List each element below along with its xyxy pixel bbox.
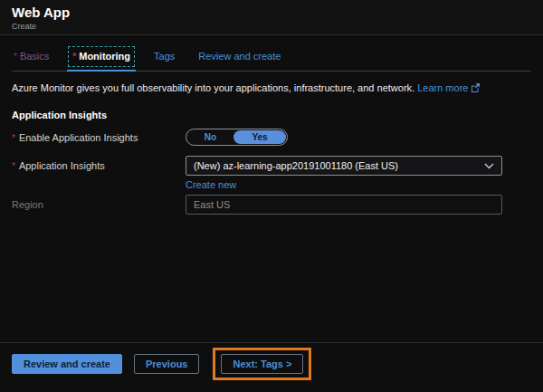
wizard-tabs: *Basics *Monitoring Tags Review and crea… (12, 35, 531, 72)
page-header: Web App Create (0, 0, 543, 35)
create-new-link[interactable]: Create new (186, 179, 236, 190)
external-link-icon (471, 83, 480, 92)
app-insights-row: *Application Insights (New) az-learning-… (12, 156, 531, 176)
review-and-create-button[interactable]: Review and create (12, 354, 122, 374)
enable-insights-label-text: Enable Application Insights (19, 132, 138, 143)
app-insights-label-text: Application Insights (19, 160, 105, 171)
page-title: Web App (12, 5, 531, 21)
tab-review-and-create[interactable]: Review and create (198, 51, 281, 62)
region-input[interactable] (186, 195, 502, 215)
enable-insights-label: *Enable Application Insights (12, 132, 186, 143)
tab-monitoring[interactable]: *Monitoring (72, 51, 130, 62)
tab-tags-label: Tags (154, 51, 175, 62)
required-asterisk: * (72, 52, 76, 62)
region-label: Region (12, 199, 186, 210)
tab-basics[interactable]: *Basics (14, 51, 49, 62)
create-new-row: Create new (186, 179, 531, 190)
section-heading: Application Insights (12, 110, 531, 120)
toggle-option-yes[interactable]: Yes (233, 130, 286, 144)
region-row: Region (12, 195, 531, 215)
intro-text: Azure Monitor gives you full observabili… (12, 81, 531, 94)
tab-monitoring-label: Monitoring (79, 51, 130, 62)
wizard-footer: Review and create Previous Next: Tags > (0, 342, 543, 392)
learn-more-label: Learn more (417, 82, 468, 93)
enable-insights-toggle: No Yes (186, 129, 288, 146)
app-insights-selected-value: (New) az-learning-app20191001180 (East U… (194, 160, 484, 171)
page-subtitle: Create (12, 22, 531, 31)
create-web-app-page: Web App Create *Basics *Monitoring Tags … (0, 0, 543, 392)
toggle-option-no[interactable]: No (187, 130, 233, 144)
annotation-highlight-box: Next: Tags > (213, 348, 311, 380)
required-asterisk: * (12, 161, 15, 171)
chevron-down-icon (484, 163, 494, 169)
learn-more-link[interactable]: Learn more (417, 82, 480, 93)
tab-review-and-create-label: Review and create (198, 51, 281, 62)
intro-sentence: Azure Monitor gives you full observabili… (12, 82, 414, 93)
app-insights-select[interactable]: (New) az-learning-app20191001180 (East U… (186, 156, 502, 176)
previous-button[interactable]: Previous (134, 354, 199, 374)
tab-basics-label: Basics (20, 51, 49, 62)
enable-insights-row: *Enable Application Insights No Yes (12, 129, 531, 146)
wizard-content: *Basics *Monitoring Tags Review and crea… (0, 35, 543, 215)
app-insights-label: *Application Insights (12, 160, 186, 171)
tab-tags[interactable]: Tags (154, 51, 175, 62)
required-asterisk: * (12, 133, 15, 143)
required-asterisk: * (14, 52, 17, 62)
next-tags-button[interactable]: Next: Tags > (221, 354, 303, 374)
